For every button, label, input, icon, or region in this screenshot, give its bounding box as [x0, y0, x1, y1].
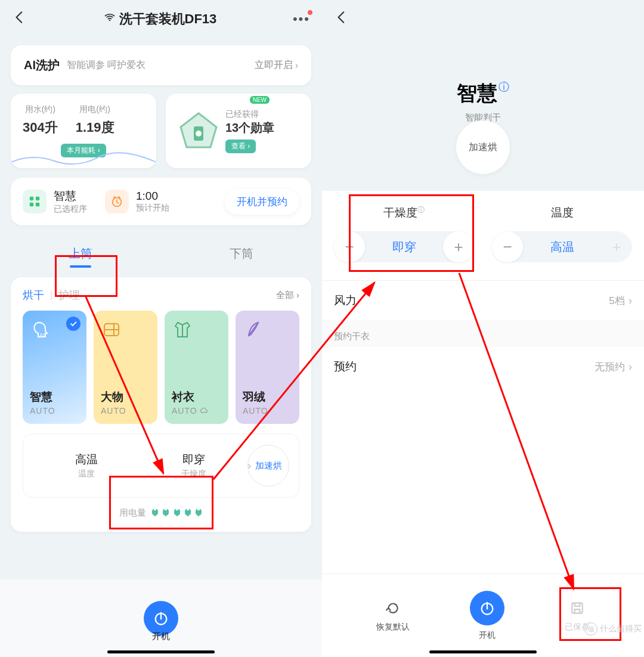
schedule-time-sub: 预计开始 — [136, 203, 169, 213]
shirt-icon — [172, 319, 193, 340]
chevron-right-icon: › — [628, 360, 632, 373]
water-label: 用水(约) — [25, 104, 55, 115]
option-temp[interactable]: 高温 温度 — [33, 452, 140, 479]
program-name: 智慧 — [54, 188, 87, 204]
program-sub: 已选程序 — [54, 204, 87, 215]
program-panel: 烘干 | 护理 全部 › AI 智慧 AUTO 大物 AUTO 衬衣 AUTO — [11, 277, 311, 532]
header: 洗干套装机DF13 ••• — [0, 0, 322, 38]
info-icon[interactable]: ⓘ — [499, 81, 509, 93]
chevron-right-icon: › — [247, 460, 251, 472]
page-title: 洗干套装机DF13 — [104, 10, 217, 28]
separator: | — [50, 290, 52, 300]
chevron-right-icon: › — [295, 60, 298, 71]
svg-rect-4 — [30, 197, 33, 200]
minus-button[interactable]: − — [492, 231, 523, 262]
plus-button-disabled: + — [601, 231, 632, 262]
back-button[interactable] — [12, 9, 27, 29]
watermark: 值 什么值得买 — [584, 622, 642, 636]
more-button[interactable]: ••• — [293, 11, 310, 27]
ai-head-icon: AI — [30, 319, 51, 340]
back-button[interactable] — [334, 9, 349, 29]
stats-row: 用水(约) 304升 用电(约) 1.19度 本月能耗 › NEW 已经获得 1… — [11, 94, 311, 168]
home-indicator[interactable] — [429, 650, 537, 653]
svg-point-0 — [109, 20, 110, 21]
option-dryness[interactable]: 即穿 干燥度 › — [140, 452, 247, 479]
minus-button[interactable]: − — [334, 231, 365, 262]
category-dry[interactable]: 烘干 — [23, 288, 44, 302]
svg-rect-6 — [30, 203, 33, 206]
drum-tabs: 上筒 下筒 — [0, 237, 322, 270]
temp-adjuster: 温度 − 高温 + — [492, 205, 632, 262]
right-header-area: 智慧ⓘ 智能判干 加速烘 — [322, 0, 644, 191]
water-value: 304升 — [23, 119, 58, 137]
power-usage-row: 用电量 — [23, 507, 299, 519]
program-smart[interactable]: AI 智慧 AUTO — [23, 311, 86, 424]
bottom-bar-left: 开机 — [0, 579, 322, 657]
reserve-row[interactable]: 预约 无预约 › — [322, 347, 644, 386]
ai-action[interactable]: 立即开启 — [255, 59, 293, 72]
badge-value: 13个勋章 — [225, 120, 299, 136]
schedule-time: 1:00 — [136, 190, 169, 203]
cloud-icon — [199, 407, 208, 415]
wind-row[interactable]: 风力 5档 › — [322, 280, 644, 320]
tab-lower-drum[interactable]: 下筒 — [161, 237, 322, 270]
power-button[interactable]: 开机 — [470, 591, 504, 641]
check-icon — [66, 317, 80, 331]
feather-icon — [243, 319, 264, 340]
new-badge: NEW — [250, 96, 270, 104]
view-badge-button[interactable]: 查看 › — [225, 140, 256, 153]
power-label: 开机 — [152, 631, 170, 642]
tab-upper-drum[interactable]: 上筒 — [0, 237, 161, 270]
svg-rect-7 — [36, 203, 39, 206]
temp-stepper: − 高温 + — [492, 231, 632, 262]
right-screen: 智慧ⓘ 智能判干 加速烘 干燥度ⓘ − 即穿 + 温度 − 高温 + — [322, 0, 644, 657]
undo-icon — [384, 599, 402, 617]
left-screen: 洗干套装机DF13 ••• AI洗护 智能调参 呵护爱衣 立即开启 › 用水(约… — [0, 0, 322, 657]
speed-dry-chip[interactable]: 加速烘 — [247, 445, 289, 486]
svg-point-3 — [196, 131, 202, 137]
badge-label: 已经获得 — [225, 109, 299, 120]
chevron-right-icon: › — [628, 294, 632, 307]
settings-body: 干燥度ⓘ − 即穿 + 温度 − 高温 + 风力 5档 › 预约干衣 — [322, 191, 644, 386]
temp-value: 高温 — [523, 239, 601, 255]
clock-icon — [105, 190, 129, 213]
dryness-adjuster: 干燥度ⓘ − 即穿 + — [334, 205, 474, 262]
energy-card[interactable]: 用水(约) 304升 用电(约) 1.19度 本月能耗 › — [11, 94, 156, 168]
speed-dry-chip[interactable]: 加速烘 — [456, 120, 510, 174]
program-down[interactable]: 羽绒 AUTO — [236, 311, 299, 424]
reset-button[interactable]: 恢复默认 — [376, 599, 410, 633]
svg-text:AI: AI — [39, 332, 45, 338]
svg-rect-5 — [36, 197, 39, 200]
pentagon-icon — [178, 110, 219, 152]
dryness-value: 即穿 — [365, 239, 443, 255]
program-bulky[interactable]: 大物 AUTO — [94, 311, 157, 424]
power-label: 用电(约) — [79, 104, 110, 115]
wifi-icon — [104, 11, 116, 27]
category-care[interactable]: 护理 — [58, 288, 80, 302]
plus-button[interactable]: + — [443, 231, 474, 262]
chart-sparkline — [11, 150, 156, 168]
schedule-button[interactable]: 开机并预约 — [225, 189, 299, 215]
options-row: 高温 温度 即穿 干燥度 › 加速烘 — [23, 433, 299, 498]
schedule-card: 智慧 已选程序 1:00 预计开始 开机并预约 — [11, 178, 311, 225]
ai-subtitle: 智能调参 呵护爱衣 — [67, 59, 255, 72]
svg-rect-13 — [572, 603, 583, 613]
program-icon — [23, 190, 47, 213]
badge-card[interactable]: NEW 已经获得 13个勋章 查看 › — [166, 94, 311, 168]
info-icon[interactable]: ⓘ — [417, 206, 425, 214]
bottom-bar-right: 恢复默认 开机 已保存 — [322, 574, 644, 657]
ai-title: AI洗护 — [24, 57, 60, 73]
power-value: 1.19度 — [76, 119, 114, 137]
program-shirt[interactable]: 衬衣 AUTO — [165, 311, 228, 424]
reserve-section-header: 预约干衣 — [322, 320, 644, 347]
plug-icons — [151, 508, 203, 518]
save-icon — [568, 599, 586, 617]
ai-wash-card[interactable]: AI洗护 智能调参 呵护爱衣 立即开启 › — [11, 45, 311, 85]
all-programs-button[interactable]: 全部 › — [276, 290, 299, 301]
power-icon — [470, 591, 504, 625]
bedding-icon — [101, 319, 122, 340]
mode-title: 智慧 — [457, 82, 497, 104]
home-indicator[interactable] — [107, 650, 215, 653]
dryness-stepper: − 即穿 + — [334, 231, 474, 262]
